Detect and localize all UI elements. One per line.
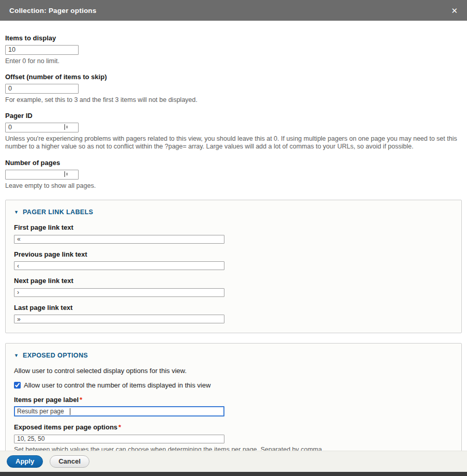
cancel-button[interactable]: Cancel: [50, 455, 89, 468]
previous-page-link-label: Previous page link text: [14, 250, 453, 258]
form-item-offset: Offset (number of items to skip) For exa…: [5, 73, 462, 104]
number-spinner-icon[interactable]: [64, 171, 69, 177]
items-per-page-label-input[interactable]: [14, 406, 224, 416]
form-item-items-per-page-label: Items per page label*: [14, 396, 453, 416]
form-item-items-to-display: Items to display Enter 0 for no limit.: [5, 34, 462, 65]
form-item-previous-page-link: Previous page link text: [14, 250, 453, 271]
legend-text: PAGER LINK LABELS: [23, 209, 93, 216]
apply-button[interactable]: Apply: [7, 455, 43, 468]
form-item-last-page-link: Last page link text: [14, 304, 453, 324]
text-caret: [70, 408, 70, 415]
offset-help: For example, set this to 3 and the first…: [5, 96, 460, 105]
fieldset-legend-exposed-options[interactable]: ▼ EXPOSED OPTIONS: [14, 352, 453, 359]
form-item-next-page-link: Next page link text: [14, 277, 453, 297]
first-page-link-label: First page link text: [14, 224, 453, 231]
control-items-checkbox[interactable]: [14, 382, 21, 389]
last-page-link-label: Last page link text: [14, 304, 453, 311]
exposed-items-options-help: Set between which values the user can ch…: [14, 446, 453, 451]
exposed-items-options-label: Exposed items per page options*: [14, 423, 453, 431]
required-asterisk: *: [79, 396, 82, 404]
form-item-exposed-items-options: Exposed items per page options* Set betw…: [14, 423, 453, 451]
collapse-arrow-icon: ▼: [14, 210, 19, 215]
form-item-first-page-link: First page link text: [14, 224, 453, 244]
legend-text: EXPOSED OPTIONS: [23, 352, 88, 359]
items-to-display-label: Items to display: [5, 34, 462, 42]
checkbox-row-control-items: Allow user to control the number of item…: [14, 381, 453, 389]
number-of-pages-help: Leave empty to show all pages.: [5, 182, 460, 190]
background-page-strip: [0, 472, 467, 476]
pager-options-dialog: Collection: Pager options ✕ Items to dis…: [0, 0, 467, 476]
control-items-checkbox-label: Allow user to control the number of item…: [24, 381, 210, 389]
offset-label: Offset (number of items to skip): [5, 73, 462, 81]
items-per-page-label-label: Items per page label*: [14, 396, 453, 404]
collapse-arrow-icon: ▼: [14, 353, 19, 358]
dialog-body: Items to display Enter 0 for no limit. O…: [0, 21, 467, 451]
pager-id-label: Pager ID: [5, 112, 462, 120]
last-page-link-input[interactable]: [14, 315, 224, 323]
required-asterisk: *: [117, 423, 121, 431]
form-item-number-of-pages: Number of pages Leave empty to show all …: [5, 159, 462, 190]
fieldset-pager-link-labels: ▼ PAGER LINK LABELS First page link text…: [5, 200, 462, 333]
offset-input[interactable]: [5, 84, 79, 94]
dialog-header[interactable]: Collection: Pager options ✕: [0, 0, 467, 21]
form-item-pager-id: Pager ID Unless you're experiencing prob…: [5, 112, 462, 151]
next-page-link-label: Next page link text: [14, 277, 453, 285]
next-page-link-input[interactable]: [14, 288, 224, 297]
close-icon[interactable]: ✕: [451, 7, 458, 14]
first-page-link-input[interactable]: [14, 235, 224, 244]
exposed-options-description: Allow user to control selected display o…: [14, 367, 453, 375]
dialog-title: Collection: Pager options: [9, 7, 97, 14]
fieldset-legend-pager-link-labels[interactable]: ▼ PAGER LINK LABELS: [14, 209, 453, 216]
items-to-display-help: Enter 0 for no limit.: [5, 57, 460, 66]
number-spinner-icon[interactable]: [64, 124, 69, 130]
items-to-display-input[interactable]: [5, 45, 79, 55]
number-of-pages-label: Number of pages: [5, 159, 462, 167]
pager-id-help: Unless you're experiencing problems with…: [5, 135, 460, 151]
dialog-footer: Apply Cancel: [0, 451, 467, 472]
previous-page-link-input[interactable]: [14, 261, 224, 270]
fieldset-exposed-options: ▼ EXPOSED OPTIONS Allow user to control …: [5, 343, 462, 451]
exposed-items-options-input[interactable]: [14, 435, 224, 443]
